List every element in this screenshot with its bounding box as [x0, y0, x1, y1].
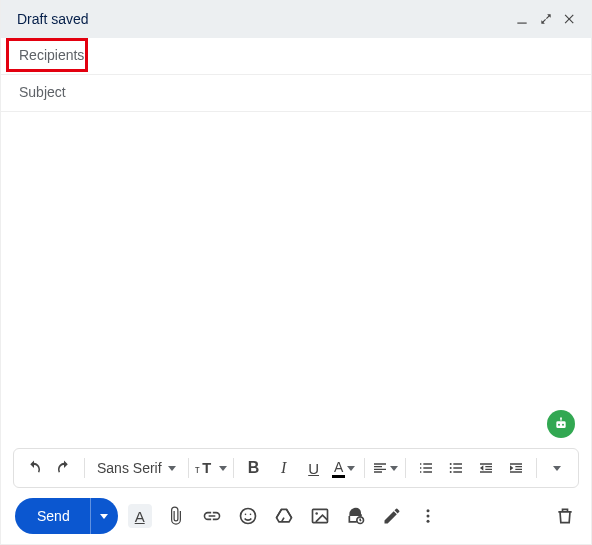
- insert-emoji-icon[interactable]: [236, 504, 260, 528]
- undo-button[interactable]: [20, 454, 48, 482]
- confidential-mode-icon[interactable]: [344, 504, 368, 528]
- message-body-area[interactable]: [1, 112, 591, 448]
- send-button-group: Send: [15, 498, 118, 534]
- send-options-button[interactable]: [90, 498, 118, 534]
- svg-point-3: [562, 424, 564, 426]
- svg-rect-0: [517, 23, 526, 24]
- separator: [536, 458, 537, 478]
- svg-text:T: T: [202, 460, 211, 476]
- text-color-button[interactable]: A: [330, 454, 358, 482]
- numbered-list-button[interactable]: [412, 454, 440, 482]
- svg-text:т: т: [195, 464, 200, 475]
- bold-button[interactable]: B: [240, 454, 268, 482]
- more-formatting-button[interactable]: [543, 454, 571, 482]
- svg-point-19: [426, 520, 429, 523]
- svg-point-17: [426, 509, 429, 512]
- separator: [84, 458, 85, 478]
- assistant-badge-icon[interactable]: [547, 410, 575, 438]
- separator: [188, 458, 189, 478]
- redo-button[interactable]: [50, 454, 78, 482]
- chevron-down-icon: [390, 466, 398, 471]
- insert-link-icon[interactable]: [200, 504, 224, 528]
- insert-drive-icon[interactable]: [272, 504, 296, 528]
- align-button[interactable]: [371, 454, 399, 482]
- close-icon[interactable]: [561, 10, 579, 28]
- window-header: Draft saved: [1, 0, 591, 38]
- svg-rect-1: [556, 421, 565, 428]
- svg-point-15: [315, 512, 318, 515]
- message-body-editor[interactable]: [17, 124, 575, 436]
- action-bar: Send A: [1, 488, 591, 544]
- window-controls: [513, 10, 579, 28]
- recipients-input[interactable]: [17, 46, 575, 64]
- svg-point-13: [249, 514, 251, 516]
- action-icons: A: [128, 504, 543, 528]
- more-options-icon[interactable]: [416, 504, 440, 528]
- font-family-label: Sans Serif: [97, 460, 162, 476]
- separator: [405, 458, 406, 478]
- subject-input[interactable]: [17, 83, 575, 101]
- svg-point-9: [449, 467, 451, 469]
- font-family-select[interactable]: Sans Serif: [91, 460, 182, 476]
- svg-point-18: [426, 515, 429, 518]
- send-button[interactable]: Send: [15, 498, 90, 534]
- font-size-button[interactable]: тT: [195, 454, 227, 482]
- compose-window: Draft saved: [0, 0, 592, 545]
- separator: [233, 458, 234, 478]
- minimize-icon[interactable]: [513, 10, 531, 28]
- attach-file-icon[interactable]: [164, 504, 188, 528]
- insert-photo-icon[interactable]: [308, 504, 332, 528]
- svg-point-11: [240, 509, 255, 524]
- indent-more-button[interactable]: [502, 454, 530, 482]
- recipients-field[interactable]: [1, 38, 591, 75]
- chevron-down-icon: [168, 466, 176, 471]
- formatting-toolbar: Sans Serif тT B I U A: [13, 448, 579, 488]
- svg-point-2: [558, 424, 560, 426]
- subject-field[interactable]: [1, 75, 591, 112]
- chevron-down-icon: [553, 466, 561, 471]
- chevron-down-icon: [219, 466, 227, 471]
- svg-rect-14: [312, 509, 327, 522]
- svg-point-10: [449, 471, 451, 473]
- svg-point-8: [449, 463, 451, 465]
- chevron-down-icon: [100, 514, 108, 519]
- insert-signature-icon[interactable]: [380, 504, 404, 528]
- underline-button[interactable]: U: [300, 454, 328, 482]
- window-title: Draft saved: [17, 11, 513, 27]
- separator: [364, 458, 365, 478]
- bulleted-list-button[interactable]: [442, 454, 470, 482]
- indent-less-button[interactable]: [472, 454, 500, 482]
- formatting-options-icon[interactable]: A: [128, 504, 152, 528]
- fullscreen-icon[interactable]: [537, 10, 555, 28]
- italic-button[interactable]: I: [270, 454, 298, 482]
- discard-draft-icon[interactable]: [553, 504, 577, 528]
- svg-point-12: [244, 514, 246, 516]
- svg-point-5: [560, 417, 562, 419]
- chevron-down-icon: [347, 466, 355, 471]
